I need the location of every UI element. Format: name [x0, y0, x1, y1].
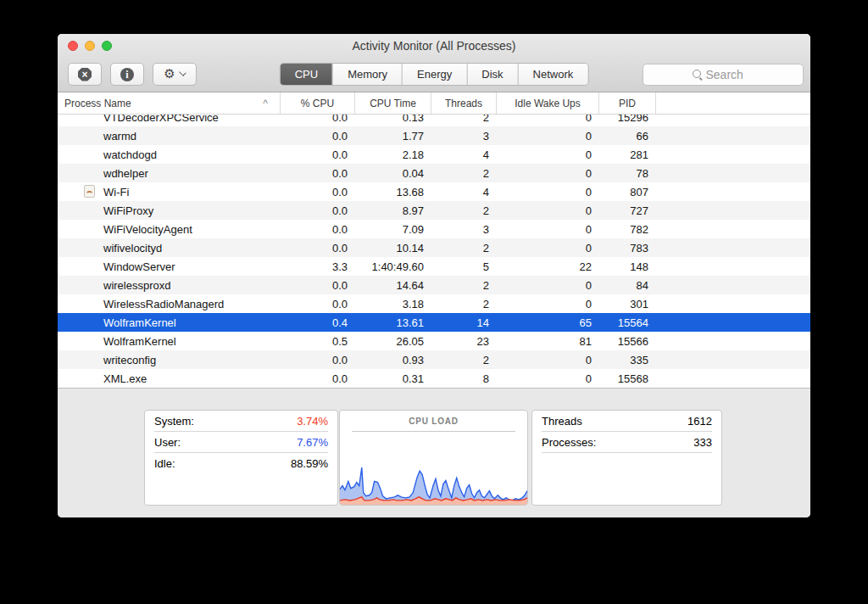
- search-field[interactable]: [643, 64, 804, 86]
- stat-row: Idle:88.59%: [154, 453, 328, 474]
- threads-processes-box: Threads1612Processes:333: [531, 410, 722, 506]
- column-header-cpu[interactable]: % CPU: [280, 92, 354, 114]
- search-input[interactable]: [706, 68, 755, 81]
- cell-wakeups: 0: [496, 294, 598, 313]
- column-header-process-name[interactable]: Process Name ^: [58, 92, 280, 114]
- column-header-threads[interactable]: Threads: [431, 92, 496, 114]
- cell-time: 1:40:49.60: [354, 257, 431, 276]
- cell-time: 0.93: [354, 350, 431, 369]
- cell-threads: 2: [431, 238, 496, 257]
- cell-wakeups: 0: [496, 350, 598, 369]
- cell-process-name: wifivelocityd: [58, 238, 280, 257]
- cell-process-name: watchdogd: [58, 145, 280, 164]
- cell-time: 1.77: [354, 126, 431, 145]
- stat-value: 7.67%: [297, 436, 328, 449]
- cell-pid: 807: [598, 182, 655, 201]
- table-row[interactable]: XML.exe0.00.318015568: [58, 369, 810, 388]
- status-footer: System:3.74%User:7.67%Idle:88.59% CPU LO…: [58, 388, 810, 517]
- cell-process-name: WolframKernel: [58, 332, 280, 350]
- tab-cpu[interactable]: CPU: [281, 64, 332, 85]
- activity-monitor-window: Activity Monitor (All Processes) × i ⚙ C…: [58, 34, 810, 517]
- cell-process-name: Wi-Fi: [58, 182, 280, 201]
- cell-threads: 4: [431, 182, 496, 201]
- cell-wakeups: 0: [496, 220, 598, 238]
- cell-cpu: 0.0: [280, 126, 354, 145]
- table-row[interactable]: Wi-Fi0.013.6840807: [58, 182, 810, 201]
- cell-time: 14.64: [354, 276, 431, 294]
- cell-pid: 84: [598, 276, 655, 294]
- cell-time: 8.97: [354, 201, 431, 220]
- cell-pid: 15296: [598, 115, 655, 126]
- table-row[interactable]: WiFiProxy0.08.9720727: [58, 201, 810, 220]
- table-row[interactable]: watchdogd0.02.1840281: [58, 145, 810, 164]
- cell-cpu: 0.0: [280, 238, 354, 257]
- cell-time: 13.68: [354, 182, 431, 201]
- cell-threads: 2: [431, 350, 496, 369]
- cell-threads: 2: [431, 294, 496, 313]
- cpu-load-divider: [352, 431, 515, 432]
- cell-threads: 23: [431, 332, 496, 350]
- stat-row: Processes:333: [542, 432, 712, 453]
- tab-memory[interactable]: Memory: [332, 64, 402, 85]
- cell-wakeups: 0: [496, 126, 598, 145]
- cell-threads: 8: [431, 369, 496, 388]
- cell-process-name: wirelessproxd: [58, 276, 280, 294]
- cell-cpu: 0.0: [280, 369, 354, 388]
- column-header-pid[interactable]: PID: [598, 92, 655, 114]
- cell-time: 13.61: [354, 313, 431, 332]
- view-tab-group: CPUMemoryEnergyDiskNetwork: [280, 63, 589, 86]
- gear-icon: ⚙: [164, 68, 175, 81]
- cell-process-name: XML.exe: [58, 369, 280, 388]
- search-icon: [692, 69, 703, 80]
- column-header-idle-wake-ups[interactable]: Idle Wake Ups: [496, 92, 598, 114]
- cell-cpu: 0.0: [280, 220, 354, 238]
- cell-threads: 3: [431, 126, 496, 145]
- quit-process-button[interactable]: ×: [68, 63, 102, 86]
- table-row[interactable]: WolframKernel0.526.05238115566: [58, 332, 810, 350]
- cell-pid: 783: [598, 238, 655, 257]
- table-row[interactable]: WindowServer3.31:40:49.60522148: [58, 257, 810, 276]
- cell-wakeups: 81: [496, 332, 598, 350]
- stat-label: Threads: [542, 415, 582, 428]
- cell-process-name: warmd: [58, 126, 280, 145]
- cell-time: 10.14: [354, 238, 431, 257]
- cell-time: 0.04: [354, 164, 431, 182]
- cell-process-name: VTDecoderXPCService: [58, 115, 280, 126]
- cell-wakeups: 0: [496, 369, 598, 388]
- cell-wakeups: 0: [496, 201, 598, 220]
- cell-threads: 3: [431, 220, 496, 238]
- cell-cpu: 0.0: [280, 145, 354, 164]
- cpu-load-title: CPU LOAD: [340, 411, 527, 426]
- cell-cpu: 3.3: [280, 257, 354, 276]
- actions-menu-button[interactable]: ⚙: [153, 63, 197, 86]
- cell-wakeups: 0: [496, 182, 598, 201]
- tab-energy[interactable]: Energy: [402, 64, 466, 85]
- table-row[interactable]: wifivelocityd0.010.1420783: [58, 238, 810, 257]
- stat-value: 333: [693, 436, 712, 449]
- cell-cpu: 0.0: [280, 115, 354, 126]
- cell-cpu: 0.0: [280, 201, 354, 220]
- inspect-process-button[interactable]: i: [110, 63, 144, 86]
- table-row[interactable]: writeconfig0.00.9320335: [58, 350, 810, 369]
- table-row[interactable]: wdhelper0.00.042078: [58, 164, 810, 182]
- table-row[interactable]: WirelessRadioManagerd0.03.1820301: [58, 294, 810, 313]
- column-header-cpu-time[interactable]: CPU Time: [354, 92, 431, 114]
- cell-cpu: 0.0: [280, 182, 354, 201]
- table-row[interactable]: WolframKernel0.413.61146515564: [58, 313, 810, 332]
- cpu-usage-summary-box: System:3.74%User:7.67%Idle:88.59%: [144, 410, 338, 506]
- cell-pid: 301: [598, 294, 655, 313]
- stat-value: 3.74%: [297, 415, 328, 428]
- table-row[interactable]: warmd0.01.773066: [58, 126, 810, 145]
- toolbar: × i ⚙ CPUMemoryEnergyDiskNetwork: [58, 57, 810, 92]
- table-row[interactable]: WiFiVelocityAgent0.07.0930782: [58, 220, 810, 238]
- cell-wakeups: 0: [496, 164, 598, 182]
- cell-threads: 2: [431, 276, 496, 294]
- cell-pid: 15564: [598, 313, 655, 332]
- cell-threads: 14: [431, 313, 496, 332]
- tab-disk[interactable]: Disk: [466, 64, 517, 85]
- table-row[interactable]: wirelessproxd0.014.642084: [58, 276, 810, 294]
- tab-network[interactable]: Network: [518, 64, 588, 85]
- table-row[interactable]: VTDecoderXPCService0.00.132015296: [58, 115, 810, 126]
- cell-pid: 727: [598, 201, 655, 220]
- title-bar[interactable]: Activity Monitor (All Processes): [58, 34, 810, 57]
